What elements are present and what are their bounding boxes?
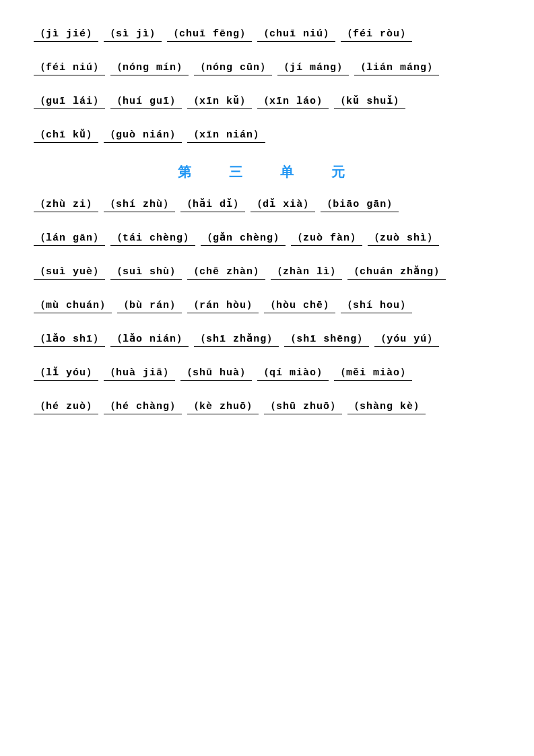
phrase: （qí miào） — [257, 366, 329, 381]
phrase: （biāo gān） — [321, 197, 399, 212]
phrase: （kè zhuō） — [187, 400, 259, 414]
text-line: （chī kǔ）（guò nián）（xīn nián） — [34, 128, 500, 143]
phrase: （hé chàng） — [104, 400, 182, 414]
phrase: （lán gān） — [34, 231, 105, 246]
text-line: （féi niú）（nóng mín）（nóng cūn）（jí máng）（l… — [34, 61, 500, 75]
phrase: （sì jì） — [104, 27, 162, 42]
phrase: （xīn nián） — [187, 128, 265, 143]
phrase: （shí hou） — [341, 298, 412, 313]
phrase: （bù rán） — [117, 298, 182, 313]
phrase: （chuán zhǎng） — [347, 265, 446, 280]
phrase: （chē zhàn） — [187, 265, 265, 280]
phrase: （suì shù） — [110, 265, 182, 280]
phrase: （nóng mín） — [110, 61, 189, 75]
phrase: （rán hòu） — [187, 298, 259, 313]
phrase: （lián máng） — [354, 61, 439, 75]
phrase: （dǐ xià） — [251, 197, 315, 212]
text-line: （guī lái）（huí guī）（xīn kǔ）（xīn láo）（kǔ s… — [34, 94, 500, 109]
phrase: （guò nián） — [104, 128, 182, 143]
phrase: （mù chuán） — [34, 298, 112, 313]
phrase: （shī zhǎng） — [194, 332, 279, 347]
phrase: （zhàn lì） — [271, 265, 342, 280]
phrase: （jì jié） — [34, 27, 98, 42]
phrase: （xīn láo） — [257, 94, 329, 109]
phrase: （gǎn chèng） — [201, 231, 286, 246]
phrase: （guī lái） — [34, 94, 105, 109]
phrase: （jí máng） — [277, 61, 349, 75]
phrase: （měi miào） — [334, 366, 412, 381]
text-line: （jì jié）（sì jì）（chuī fēng）（chuī niú）（féi… — [34, 27, 500, 42]
phrase: （shū zhuō） — [264, 400, 342, 414]
phrase: （féi ròu） — [341, 27, 412, 42]
phrase: （zuò shì） — [368, 231, 439, 246]
phrase: （shū huà） — [180, 366, 252, 381]
text-line: （lán gān）（tái chèng）（gǎn chèng）（zuò fàn）… — [34, 231, 500, 246]
phrase: （shī shēng） — [284, 332, 369, 347]
phrase: （lǐ yóu） — [34, 366, 98, 381]
text-line: （mù chuán）（bù rán）（rán hòu）（hòu chē）（shí… — [34, 298, 500, 313]
phrase: （huí guī） — [110, 94, 182, 109]
phrase: （suì yuè） — [34, 265, 105, 280]
text-line: （lǐ yóu）（huà jiā）（shū huà）（qí miào）（měi … — [34, 366, 500, 381]
text-line: （suì yuè）（suì shù）（chē zhàn）（zhàn lì）（ch… — [34, 265, 500, 280]
phrase: （chuī fēng） — [167, 27, 252, 42]
phrase: （zhù zi） — [34, 197, 98, 212]
phrase: （shí zhù） — [104, 197, 175, 212]
phrase: （lǎo shī） — [34, 332, 105, 347]
phrase: （hòu chē） — [264, 298, 335, 313]
phrase: （tái chèng） — [110, 231, 195, 246]
phrase: （chī kǔ） — [34, 128, 98, 143]
phrase: （hé zuò） — [34, 400, 98, 414]
phrase: （nóng cūn） — [194, 61, 272, 75]
phrase: （yóu yú） — [374, 332, 439, 347]
phrase: （féi niú） — [34, 61, 105, 75]
phrase: （hǎi dǐ） — [180, 197, 245, 212]
text-line: （hé zuò）（hé chàng）（kè zhuō）（shū zhuō）（sh… — [34, 400, 500, 414]
phrase: （xīn kǔ） — [187, 94, 252, 109]
phrase: （zuò fàn） — [291, 231, 362, 246]
text-line: （zhù zi）（shí zhù）（hǎi dǐ）（dǐ xià）（biāo g… — [34, 197, 500, 212]
phrase: （kǔ shuǐ） — [334, 94, 405, 109]
phrase: （shàng kè） — [347, 400, 426, 414]
phrase: （chuī niú） — [257, 27, 335, 42]
section-title: 第 三 单 元 — [34, 163, 500, 181]
phrase: （lǎo nián） — [110, 332, 189, 347]
phrase: （huà jiā） — [104, 366, 175, 381]
text-line: （lǎo shī）（lǎo nián）（shī zhǎng）（shī shēng… — [34, 332, 500, 347]
